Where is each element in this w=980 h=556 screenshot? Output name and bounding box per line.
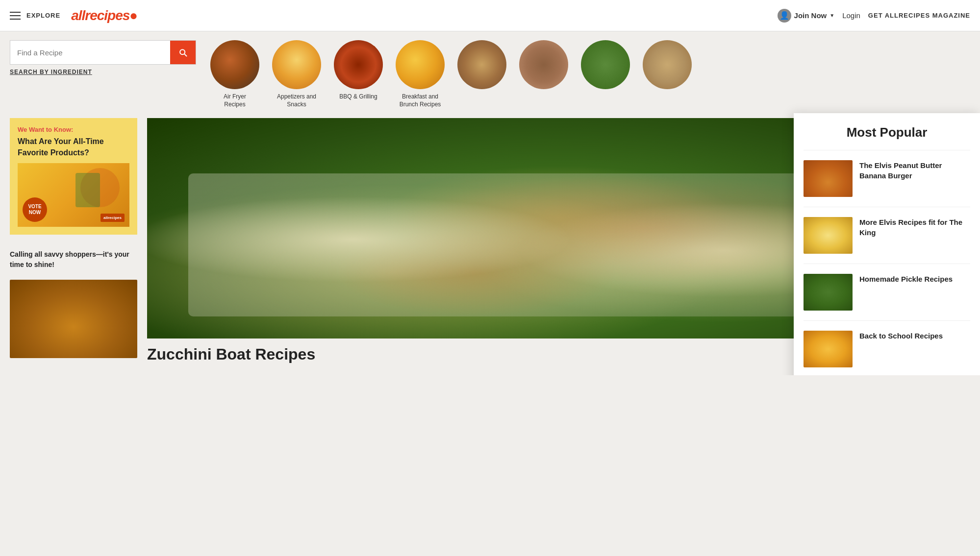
category-item-7[interactable] xyxy=(578,40,632,108)
category-circle-appetizers xyxy=(272,40,321,89)
bottom-left-image xyxy=(10,280,137,358)
category-circle-breakfast xyxy=(396,40,445,89)
category-label-breakfast: Breakfast andBrunch Recipes xyxy=(400,93,441,108)
popular-item-1[interactable]: The Elvis Peanut Butter Banana Burger xyxy=(804,160,970,197)
hamburger-menu[interactable] xyxy=(10,12,21,20)
category-item-bbq[interactable]: BBQ & Grilling xyxy=(331,40,385,108)
logo[interactable]: allrecipes● xyxy=(71,8,137,24)
header-right: 👤 Join Now ▼ Login GET ALLRECIPES MAGAZI… xyxy=(778,9,970,23)
header: EXPLORE allrecipes● 👤 Join Now ▼ Login G… xyxy=(0,0,980,31)
popular-divider xyxy=(804,150,970,150)
popular-divider-4 xyxy=(804,320,970,321)
category-label-appetizers: Appetizers andSnacks xyxy=(277,93,316,108)
category-item-appetizers[interactable]: Appetizers andSnacks xyxy=(270,40,324,108)
bottom-left-card[interactable] xyxy=(10,280,137,358)
categories-row: Air FryerRecipes Appetizers andSnacks BB… xyxy=(208,40,694,108)
category-circle-6 xyxy=(519,40,568,89)
popular-item-image-4 xyxy=(804,331,853,367)
explore-label[interactable]: EXPLORE xyxy=(26,12,60,19)
popular-divider-2 xyxy=(804,207,970,207)
promo-card-title: What Are Your All-Time Favorite Products… xyxy=(18,136,129,158)
category-label-air-fryer: Air FryerRecipes xyxy=(224,93,246,108)
search-button[interactable] xyxy=(170,41,196,64)
left-sidebar: We Want to Know: What Are Your All-Time … xyxy=(10,113,147,365)
most-popular-title: Most Popular xyxy=(804,125,970,140)
category-circle-air-fryer xyxy=(210,40,259,89)
search-by-ingredient[interactable]: SEARCH BY INGREDIENT xyxy=(10,69,196,75)
category-circle-7 xyxy=(581,40,630,89)
category-label-bbq: BBQ & Grilling xyxy=(339,93,377,101)
search-icon xyxy=(178,48,188,57)
category-item-5[interactable] xyxy=(455,40,509,108)
popular-item-2[interactable]: More Elvis Recipes fit for The King xyxy=(804,217,970,254)
popular-item-image-2 xyxy=(804,217,853,254)
popular-item-4[interactable]: Back to School Recipes xyxy=(804,331,970,367)
category-item-breakfast[interactable]: Breakfast andBrunch Recipes xyxy=(393,40,447,108)
user-icon: 👤 xyxy=(778,9,791,23)
popular-item-label-4: Back to School Recipes xyxy=(859,331,943,341)
popular-item-label-1: The Elvis Peanut Butter Banana Burger xyxy=(859,160,970,181)
popular-item-image-3 xyxy=(804,274,853,311)
search-bar xyxy=(10,40,196,65)
popular-divider-3 xyxy=(804,264,970,264)
category-item-air-fryer[interactable]: Air FryerRecipes xyxy=(208,40,262,108)
category-item-8[interactable] xyxy=(640,40,694,108)
main-content: We Want to Know: What Are Your All-Time … xyxy=(0,113,980,375)
vote-now-badge: VOTE NOW xyxy=(23,197,47,222)
login-link[interactable]: Login xyxy=(842,11,860,20)
promo-card-header: We Want to Know: xyxy=(18,126,129,133)
search-input[interactable] xyxy=(10,41,170,64)
popular-item-3[interactable]: Homemade Pickle Recipes xyxy=(804,274,970,311)
popular-item-label-2: More Elvis Recipes fit for The King xyxy=(859,217,970,238)
promo-caption: Calling all savvy shoppers—it's your tim… xyxy=(10,244,137,270)
search-section: SEARCH BY INGREDIENT xyxy=(10,40,196,75)
header-left: EXPLORE allrecipes● xyxy=(10,8,137,24)
magazine-link[interactable]: GET ALLRECIPES MAGAZINE xyxy=(868,12,970,19)
most-popular-panel: Most Popular The Elvis Peanut Butter Ban… xyxy=(794,113,980,375)
promo-card[interactable]: We Want to Know: What Are Your All-Time … xyxy=(10,118,137,235)
popular-item-image-1 xyxy=(804,160,853,197)
join-now-button[interactable]: 👤 Join Now ▼ xyxy=(778,9,835,23)
category-circle-bbq xyxy=(334,40,383,89)
category-circle-8 xyxy=(643,40,692,89)
join-now-label: Join Now xyxy=(794,11,827,20)
category-circle-5 xyxy=(457,40,506,89)
popular-item-label-3: Homemade Pickle Recipes xyxy=(859,274,953,284)
category-item-6[interactable] xyxy=(517,40,571,108)
promo-card-visual: VOTE NOW allrecipes xyxy=(18,163,129,227)
search-categories-row: SEARCH BY INGREDIENT Air FryerRecipes Ap… xyxy=(0,31,980,113)
chevron-down-icon: ▼ xyxy=(829,13,834,18)
